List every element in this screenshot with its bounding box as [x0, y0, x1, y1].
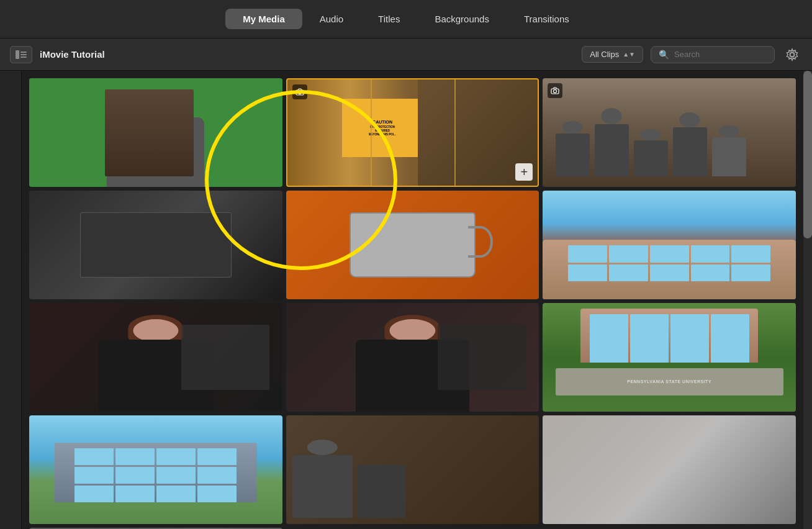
settings-button[interactable] — [782, 45, 802, 65]
svg-rect-1 — [20, 52, 27, 53]
library-title: iMovie Tutorial — [40, 49, 574, 60]
svg-rect-3 — [20, 57, 27, 58]
clip-metal-parts[interactable] — [543, 415, 796, 524]
tab-audio[interactable]: Audio — [302, 9, 361, 29]
clip-woman-interview-2[interactable] — [286, 303, 539, 412]
clip-blue-building[interactable] — [29, 415, 282, 524]
clip-industrial-workers[interactable] — [543, 78, 796, 187]
scrollbar[interactable] — [803, 71, 812, 529]
toolbar: iMovie Tutorial All Clips ▲▼ 🔍 — [0, 38, 812, 71]
search-box[interactable]: 🔍 — [651, 46, 775, 63]
content-area: CAUTION EYE PROTECTIONREQUIREDBEYOND THI… — [0, 71, 812, 529]
gear-icon — [785, 48, 799, 61]
all-clips-label: All Clips — [590, 50, 619, 59]
chevron-down-icon: ▲▼ — [623, 51, 635, 58]
top-nav: My Media Audio Titles Backgrounds Transi… — [0, 0, 812, 38]
svg-point-8 — [554, 90, 557, 93]
camera-icon-2 — [548, 83, 562, 98]
tab-my-media[interactable]: My Media — [225, 9, 302, 29]
search-input[interactable] — [674, 50, 761, 59]
clip-woman-interview-1[interactable] — [29, 303, 282, 412]
search-icon: 🔍 — [659, 50, 669, 60]
add-clip-button[interactable]: + — [515, 163, 533, 181]
clip-building-exterior[interactable] — [543, 191, 796, 299]
clip-workshop[interactable] — [286, 415, 539, 524]
clip-mug[interactable] — [286, 191, 539, 299]
left-sidebar — [0, 71, 22, 529]
tab-titles[interactable]: Titles — [361, 9, 417, 29]
all-clips-selector[interactable]: All Clips ▲▼ — [582, 46, 643, 63]
tab-backgrounds[interactable]: Backgrounds — [417, 9, 507, 29]
svg-rect-2 — [20, 54, 27, 55]
clip-caution[interactable]: CAUTION EYE PROTECTIONREQUIREDBEYOND THI… — [286, 78, 539, 187]
scrollbar-thumb[interactable] — [803, 71, 812, 238]
clip-factory-equipment[interactable] — [29, 191, 282, 299]
clip-psu-sign[interactable]: PENNSYLVANIA STATE UNIVERSITY — [543, 303, 796, 412]
svg-rect-0 — [16, 50, 19, 59]
svg-point-4 — [790, 52, 795, 57]
media-grid: CAUTION EYE PROTECTIONREQUIREDBEYOND THI… — [22, 71, 803, 529]
camera-icon — [292, 84, 307, 99]
sidebar-toggle-icon — [16, 50, 27, 59]
clip-green-screen[interactable] — [29, 78, 282, 187]
tab-transitions[interactable]: Transitions — [507, 9, 587, 29]
svg-point-6 — [298, 91, 301, 94]
sidebar-toggle-button[interactable] — [10, 46, 32, 63]
